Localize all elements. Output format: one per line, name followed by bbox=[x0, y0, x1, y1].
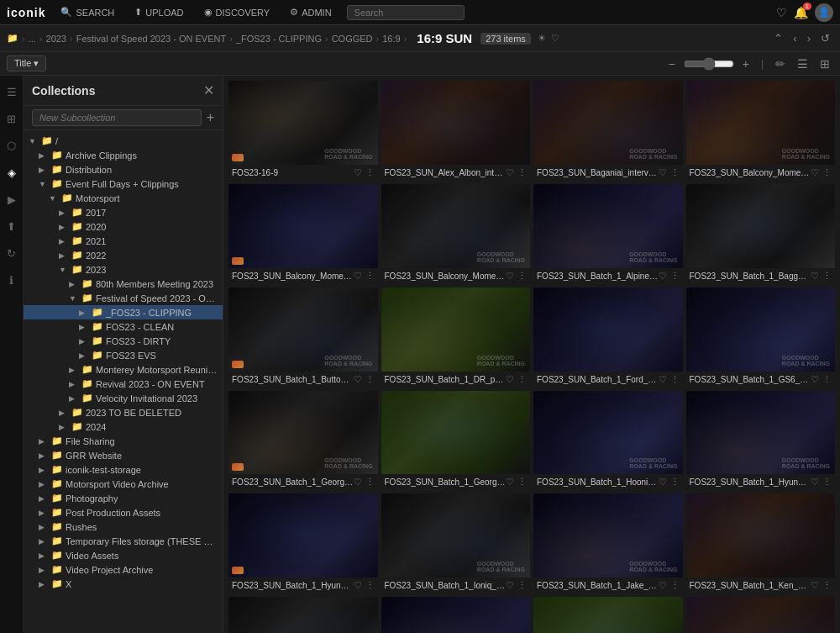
tree-item-motorsport[interactable]: ▼ 📁 Motorsport bbox=[24, 191, 223, 205]
nav-next-icon[interactable]: › bbox=[804, 30, 814, 46]
toggle-icon[interactable]: ▶ bbox=[59, 237, 69, 245]
toggle-icon[interactable]: ▶ bbox=[79, 309, 89, 317]
list-view-icon[interactable]: ☰ bbox=[794, 55, 811, 72]
asset-more-button-18[interactable]: ⋮ bbox=[517, 580, 527, 591]
sidebar-close-button[interactable]: ✕ bbox=[203, 82, 214, 98]
tree-item-rushes[interactable]: ▶ 📁 Rushes bbox=[24, 520, 223, 534]
tree-item-video-assets[interactable]: ▶ 📁 Video Assets bbox=[24, 548, 223, 562]
asset-heart-button-7[interactable]: ♡ bbox=[659, 271, 667, 282]
asset-more-button-11[interactable]: ⋮ bbox=[670, 374, 680, 385]
toggle-icon[interactable]: ▶ bbox=[59, 251, 69, 260]
info-icon[interactable]: ℹ bbox=[3, 271, 21, 289]
asset-heart-button-12[interactable]: ♡ bbox=[811, 374, 819, 385]
toggle-icon[interactable]: ▶ bbox=[79, 351, 89, 360]
nav-discovery-btn[interactable]: ◉ DISCOVERY bbox=[199, 5, 276, 19]
toggle-icon[interactable]: ▶ bbox=[39, 437, 49, 446]
asset-heart-button-15[interactable]: ♡ bbox=[659, 477, 667, 488]
toggle-icon[interactable]: ▶ bbox=[69, 394, 79, 403]
asset-more-button-20[interactable]: ⋮ bbox=[822, 580, 832, 591]
assets-icon[interactable]: ⊞ bbox=[3, 109, 21, 128]
tree-item-root[interactable]: ▼ 📁 / bbox=[24, 134, 223, 148]
breadcrumb-fos[interactable]: Festival of Speed 2023 - ON EVENT bbox=[76, 34, 227, 44]
asset-more-button-3[interactable]: ⋮ bbox=[670, 167, 680, 178]
breadcrumb-169[interactable]: 16:9 bbox=[382, 34, 400, 44]
tree-item-revival-2023[interactable]: ▶ 📁 Revival 2023 - ON EVENT bbox=[24, 377, 223, 391]
asset-more-button-15[interactable]: ⋮ bbox=[670, 477, 680, 488]
asset-heart-button-20[interactable]: ♡ bbox=[811, 580, 819, 591]
asset-more-button-2[interactable]: ⋮ bbox=[517, 167, 527, 178]
asset-more-button-7[interactable]: ⋮ bbox=[670, 271, 680, 282]
asset-more-button-13[interactable]: ⋮ bbox=[365, 477, 375, 488]
tree-item-fos23-clipping[interactable]: ▶ 📁 _FOS23 - CLIPPING bbox=[24, 305, 223, 319]
asset-card-10[interactable]: GOODWOOD ROAD & RACINGFOS23_SUN_Batch_1_… bbox=[381, 287, 531, 388]
toggle-icon[interactable]: ▶ bbox=[39, 494, 49, 503]
asset-card-11[interactable]: FOS23_SUN_Batch_1_Ford_Esc...♡⋮ bbox=[533, 287, 683, 388]
toggle-icon[interactable]: ▶ bbox=[39, 480, 49, 488]
asset-heart-button-11[interactable]: ♡ bbox=[659, 374, 667, 385]
asset-heart-button-5[interactable]: ♡ bbox=[354, 271, 362, 282]
asset-card-23[interactable]: FOS23_SUN_Batch_1_...♡⋮ bbox=[533, 597, 683, 633]
toggle-icon[interactable]: ▶ bbox=[39, 151, 49, 160]
toggle-icon[interactable]: ▶ bbox=[59, 409, 69, 417]
toggle-icon[interactable]: ▼ bbox=[29, 137, 39, 145]
toggle-icon[interactable]: ▶ bbox=[39, 166, 49, 174]
toggle-icon[interactable]: ▶ bbox=[69, 366, 79, 374]
asset-card-21[interactable]: GOODWOOD ROAD & RACINGFOS23_SUN_Batch_1_… bbox=[228, 597, 378, 633]
toggle-icon[interactable]: ▶ bbox=[69, 280, 79, 288]
asset-more-button-14[interactable]: ⋮ bbox=[517, 477, 527, 488]
asset-card-7[interactable]: GOODWOOD ROAD & RACINGFOS23_SUN_Batch_1_… bbox=[533, 184, 683, 284]
asset-more-button-10[interactable]: ⋮ bbox=[517, 374, 527, 385]
tree-item-distribution[interactable]: ▶ 📁 Distribution bbox=[24, 162, 223, 177]
asset-heart-button-6[interactable]: ♡ bbox=[506, 271, 514, 282]
sort-button[interactable]: Title ▾ bbox=[7, 55, 46, 71]
segments-icon[interactable]: ⬡ bbox=[3, 136, 21, 155]
tree-item-archive-clippings[interactable]: ▶ 📁 Archive Clippings bbox=[24, 148, 223, 162]
breadcrumb-cogged[interactable]: COGGED bbox=[332, 34, 373, 44]
asset-card-20[interactable]: FOS23_SUN_Batch_1_Ken_Bloc...♡⋮ bbox=[686, 493, 836, 593]
toggle-icon[interactable]: ▼ bbox=[59, 266, 69, 274]
asset-card-8[interactable]: FOS23_SUN_Batch_1_Baggsy_d...♡⋮ bbox=[686, 184, 836, 284]
edit-icon[interactable]: ✏ bbox=[772, 55, 789, 72]
breadcrumb-2023[interactable]: 2023 bbox=[46, 34, 66, 44]
tree-item-2021[interactable]: ▶ 📁 2021 bbox=[24, 234, 223, 248]
asset-heart-button-14[interactable]: ♡ bbox=[506, 477, 514, 488]
tree-item-post-production[interactable]: ▶ 📁 Post Production Assets bbox=[24, 505, 223, 520]
tree-item-fos23-evs[interactable]: ▶ 📁 FOS23 EVS bbox=[24, 348, 223, 362]
asset-card-19[interactable]: GOODWOOD ROAD & RACINGFOS23_SUN_Batch_1_… bbox=[533, 493, 683, 593]
asset-heart-button-1[interactable]: ♡ bbox=[354, 167, 362, 178]
tree-item-2022[interactable]: ▶ 📁 2022 bbox=[24, 248, 223, 262]
active-icon[interactable]: ◈ bbox=[3, 163, 21, 182]
asset-card-14[interactable]: FOS23_SUN_Batch_1_George_B...♡⋮ bbox=[381, 391, 531, 491]
tree-item-temp-files[interactable]: ▶ 📁 Temporary Files storage (THESE WILL … bbox=[24, 534, 223, 548]
asset-card-9[interactable]: GOODWOOD ROAD & RACINGFOS23_SUN_Batch_1_… bbox=[228, 287, 378, 388]
avatar[interactable]: 👤 bbox=[815, 3, 833, 22]
asset-heart-button-8[interactable]: ♡ bbox=[811, 271, 819, 282]
grid-view-icon[interactable]: ⊞ bbox=[816, 55, 833, 72]
asset-heart-button-9[interactable]: ♡ bbox=[354, 374, 362, 385]
asset-more-button-17[interactable]: ⋮ bbox=[365, 580, 375, 591]
asset-heart-button-4[interactable]: ♡ bbox=[811, 167, 819, 178]
asset-heart-button-2[interactable]: ♡ bbox=[506, 167, 514, 178]
asset-heart-button-3[interactable]: ♡ bbox=[659, 167, 667, 178]
nav-up-icon[interactable]: ⌃ bbox=[770, 30, 786, 46]
asset-card-18[interactable]: GOODWOOD ROAD & RACINGFOS23_SUN_Batch_1_… bbox=[381, 493, 531, 593]
tree-item-fos23-clean[interactable]: ▶ 📁 FOS23 - CLEAN bbox=[24, 319, 223, 334]
asset-card-24[interactable]: GOODWOOD ROAD & RACINGFOS23_SUN_Batch_1_… bbox=[686, 597, 836, 633]
tree-item-video-project[interactable]: ▶ 📁 Video Project Archive bbox=[24, 562, 223, 577]
tree-item-motorsport-video[interactable]: ▶ 📁 Motorsport Video Archive bbox=[24, 477, 223, 491]
toggle-icon[interactable]: ▼ bbox=[49, 194, 59, 203]
asset-card-5[interactable]: FOS23_SUN_Balcony_Moment_...♡⋮ bbox=[228, 184, 378, 284]
toggle-icon[interactable]: ▶ bbox=[59, 208, 69, 217]
tree-item-grr-website[interactable]: ▶ 📁 GRR Website bbox=[24, 448, 223, 462]
asset-more-button-9[interactable]: ⋮ bbox=[365, 374, 375, 385]
nav-refresh-icon[interactable]: ↺ bbox=[817, 30, 833, 46]
toggle-icon[interactable]: ▶ bbox=[39, 537, 49, 546]
refresh-icon[interactable]: ↻ bbox=[3, 244, 21, 262]
tree-item-2020[interactable]: ▶ 📁 2020 bbox=[24, 219, 223, 234]
nav-upload-btn[interactable]: ⬆ UPLOAD bbox=[129, 5, 188, 19]
toggle-icon[interactable]: ▶ bbox=[39, 523, 49, 531]
toggle-icon[interactable]: ▶ bbox=[69, 380, 79, 388]
zoom-in-button[interactable]: + bbox=[739, 55, 753, 72]
notifications-icon[interactable]: 🔔1 bbox=[794, 6, 808, 19]
breadcrumb-heart-icon[interactable]: ♡ bbox=[551, 33, 559, 44]
